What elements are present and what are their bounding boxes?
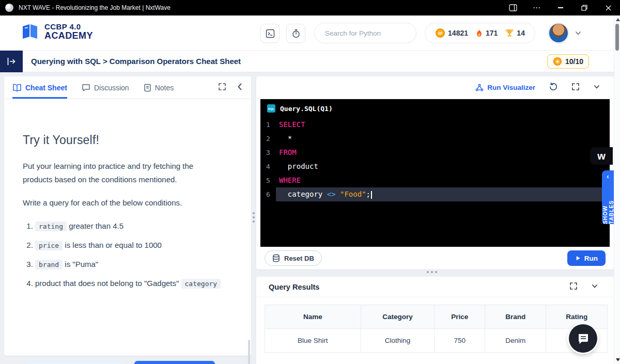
brand-text: CCBP 4.0 ACADEMY — [44, 23, 93, 41]
inline-code: price — [35, 241, 63, 250]
condition-item: brand is "Puma" — [35, 257, 222, 272]
close-button[interactable] — [596, 0, 620, 15]
condition-item: rating greater than 4.5 — [35, 219, 222, 233]
search-bar[interactable] — [314, 23, 416, 43]
xp-value: 14821 — [448, 29, 468, 37]
inline-code: rating — [35, 221, 67, 231]
intro-paragraph: Put your learning into practice and try … — [23, 160, 219, 187]
code-line[interactable]: 6 category <> "Food"; — [260, 187, 610, 201]
panel-expand-icon — [7, 57, 16, 66]
reset-db-label: Reset DB — [284, 255, 314, 262]
inline-code: category — [181, 279, 221, 289]
timer-button[interactable] — [286, 24, 305, 43]
lesson-panel: Cheat Sheet Discussion Notes Try it Your… — [4, 76, 251, 356]
code-line[interactable]: 3FROM — [260, 146, 610, 160]
horizontal-splitter-handle[interactable] — [427, 271, 437, 273]
code-line[interactable]: 4 product — [260, 160, 610, 173]
results-table: NameCategoryPriceBrandRating Blue ShirtC… — [265, 305, 608, 353]
stats-pill[interactable]: XP 14821 171 14 — [425, 23, 535, 43]
search-input[interactable] — [325, 29, 416, 37]
profile-chevron-down-icon[interactable] — [575, 29, 582, 39]
code-line[interactable]: 2 * — [260, 132, 610, 146]
scroll-down-arrow-icon[interactable] — [616, 358, 620, 361]
tab-label: Discussion — [94, 84, 129, 92]
editor-file-header: SQL Query.SQL(Q1) — [260, 99, 610, 118]
column-header: Name — [265, 305, 361, 329]
breadcrumb: Querying with SQL > Comparison Operators… — [31, 57, 241, 66]
code-practice-button[interactable] — [260, 24, 280, 43]
sql-code-editor[interactable]: SQL Query.SQL(Q1) 1SELECT2 *3FROM4 produ… — [260, 99, 610, 247]
scrollbar-thumb[interactable] — [615, 24, 619, 51]
table-cell: Clothing — [361, 329, 435, 353]
sidebar-toggle-button[interactable] — [0, 51, 23, 72]
marked-complete-button[interactable]: ✓ MARKED AS COMPLETE — [26, 361, 124, 364]
page-scrollbar[interactable] — [614, 15, 620, 364]
editor-fullscreen-icon[interactable] — [571, 83, 580, 93]
database-icon — [272, 254, 280, 262]
streak-value: 171 — [486, 29, 498, 37]
book-icon — [12, 84, 22, 92]
play-icon — [575, 255, 581, 261]
line-number: 1 — [260, 118, 276, 132]
conditions-list: rating greater than 4.5price is less tha… — [23, 219, 222, 291]
chevron-left-icon: ‹ — [607, 173, 609, 180]
app-header: CCBP 4.0 ACADEMY XP 14821 171 14 — [0, 15, 614, 51]
fullscreen-icon[interactable] — [218, 83, 226, 93]
avatar[interactable] — [549, 23, 568, 43]
code-terminal-icon — [266, 29, 275, 38]
site-favicon — [5, 4, 13, 12]
browser-menu-icon[interactable]: ⋯ — [525, 0, 549, 15]
condition-item: price is less than or equal to 1000 — [35, 238, 222, 252]
vertical-splitter-handle[interactable] — [253, 212, 255, 223]
code-line[interactable]: 5WHERE — [260, 173, 610, 187]
line-number: 6 — [260, 187, 276, 201]
results-header-row: NameCategoryPriceBrandRating — [265, 305, 608, 329]
line-number: 3 — [260, 146, 276, 160]
chat-fab-button[interactable] — [569, 324, 597, 353]
ccbp-logo-icon — [21, 23, 39, 40]
editor-file-label: Query.SQL(Q1) — [280, 105, 333, 113]
visualizer-icon — [475, 84, 484, 92]
xp-coin-icon: XP — [435, 28, 445, 38]
results-header: Query Results — [256, 277, 614, 297]
table-cell: Blue Shirt — [265, 329, 361, 353]
browser-sidebar-icon[interactable] — [501, 0, 525, 15]
brand-logo[interactable]: CCBP 4.0 ACADEMY — [21, 23, 93, 41]
table-cell: 750 — [435, 329, 485, 353]
code-lines: 1SELECT2 *3FROM4 product5WHERE6 category… — [260, 118, 610, 201]
column-header: Brand — [485, 305, 546, 329]
breadcrumb-bar: Querying with SQL > Comparison Operators… — [0, 51, 614, 72]
reset-code-icon[interactable] — [549, 82, 558, 93]
code-line[interactable]: 1SELECT — [260, 118, 610, 132]
line-number: 5 — [260, 173, 276, 187]
results-collapse-chevron-icon[interactable] — [591, 282, 598, 292]
tab-cheat-sheet[interactable]: Cheat Sheet — [12, 76, 67, 99]
column-header: Price — [435, 305, 485, 329]
scroll-up-arrow-icon[interactable] — [616, 18, 620, 21]
stopwatch-icon — [291, 29, 301, 38]
results-fullscreen-icon[interactable] — [569, 282, 578, 292]
show-tables-tab[interactable]: ‹ SHOW TABLES — [602, 170, 614, 224]
reset-db-button[interactable]: Reset DB — [265, 250, 322, 266]
awards-stat: 14 — [505, 28, 525, 38]
watermark-logo: w — [590, 147, 613, 165]
tab-notes[interactable]: Notes — [144, 76, 174, 99]
results-title: Query Results — [269, 283, 319, 291]
column-header: Category — [361, 305, 435, 329]
editor-collapse-chevron-icon[interactable] — [593, 83, 600, 92]
run-button[interactable]: Run — [567, 250, 606, 266]
restore-button[interactable] — [572, 0, 596, 15]
svg-text:XP: XP — [438, 31, 443, 35]
window-titlebar: NXT WAVE - Revolutionizing the Job Marke… — [0, 0, 620, 15]
panel-scrollbar-thumb[interactable] — [248, 340, 250, 364]
proceed-next-button[interactable]: PROCEED TO NEXT › — [134, 361, 215, 364]
lesson-tabs: Cheat Sheet Discussion Notes — [4, 76, 251, 99]
subtitle-paragraph: Write a query for each of the below cond… — [23, 196, 219, 210]
collapse-panel-icon[interactable] — [237, 83, 243, 93]
page-title: Try it Yourself! — [23, 133, 233, 147]
tab-discussion[interactable]: Discussion — [82, 76, 129, 99]
streak-stat: 171 — [475, 29, 498, 38]
run-visualizer-button[interactable]: Run Visualizer — [475, 84, 535, 92]
score-badge: ★ 10/10 — [547, 54, 589, 69]
minimize-button[interactable] — [549, 0, 572, 15]
